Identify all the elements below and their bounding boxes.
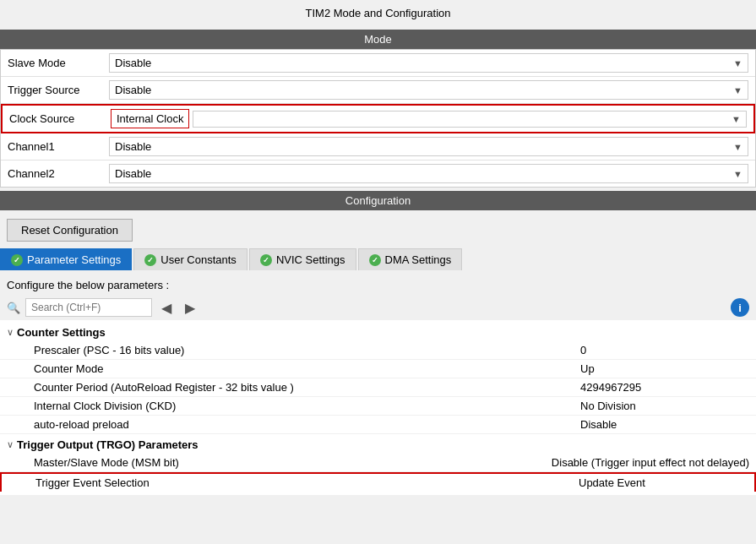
channel1-select[interactable]: Disable ▼ [109,137,748,156]
slave-mode-value: Disable [115,57,733,69]
counter-mode-row: Counter Mode Up [0,360,756,378]
tab-user-constants-label: User Constants [160,253,237,266]
search-row: 🔍 ◀ ▶ i [0,295,756,320]
parameters-area: ∨ Counter Settings Prescaler (PSC - 16 b… [0,320,756,495]
slave-mode-arrow: ▼ [733,58,742,68]
channel2-row: Channel2 Disable ▼ [1,160,755,187]
counter-settings-group-header: ∨ Counter Settings [0,324,756,341]
clock-source-select[interactable]: ▼ [193,111,747,128]
master-slave-mode-row: Master/Slave Mode (MSM bit) Disable (Tri… [0,454,756,472]
trigger-event-selection-value: Update Event [579,476,748,489]
tab-parameter-settings-label: Parameter Settings [27,253,121,266]
mode-section-header: Mode [0,30,756,49]
mode-fields-container: Slave Mode Disable ▼ Trigger Source Disa… [0,49,756,188]
clock-division-row: Internal Clock Division (CKD) No Divisio… [0,397,756,416]
config-section-header: Configuration [0,191,756,210]
master-slave-mode-name: Master/Slave Mode (MSM bit) [34,456,552,469]
trigger-output-label: Trigger Output (TRGO) Parameters [17,438,199,451]
trigger-source-value: Disable [115,84,733,96]
trigger-output-group-header: ∨ Trigger Output (TRGO) Parameters [0,436,756,454]
slave-mode-select[interactable]: Disable ▼ [109,53,748,73]
tab-user-constants[interactable]: User Constants [133,248,247,270]
prescaler-row: Prescaler (PSC - 16 bits value) 0 [0,341,756,360]
trigger-output-group: ∨ Trigger Output (TRGO) Parameters Maste… [0,436,756,492]
trigger-event-selection-row: Trigger Event Selection Update Event [0,472,756,492]
parameter-settings-check-icon [11,254,23,266]
clock-source-value: Internal Clock [111,109,189,128]
page-title: TIM2 Mode and Configuration [0,0,756,26]
channel2-label: Channel2 [8,167,109,180]
clock-source-row: Clock Source Internal Clock ▼ [1,104,755,133]
channel2-arrow: ▼ [733,169,742,179]
dma-settings-check-icon [369,254,381,266]
clock-source-label: Clock Source [9,112,111,125]
clock-division-name: Internal Clock Division (CKD) [34,400,580,412]
prescaler-value: 0 [580,344,749,356]
trigger-output-toggle[interactable]: ∨ [7,439,14,450]
trigger-event-selection-name: Trigger Event Selection [35,476,579,489]
configure-text: Configure the below parameters : [0,275,756,295]
channel1-label: Channel1 [8,140,109,153]
tabs-container: Parameter Settings User Constants NVIC S… [0,248,749,270]
channel1-arrow: ▼ [733,142,742,152]
slave-mode-label: Slave Mode [8,57,109,69]
prescaler-name: Prescaler (PSC - 16 bits value) [34,344,580,356]
tab-dma-settings-label: DMA Settings [385,253,452,266]
counter-settings-toggle[interactable]: ∨ [7,327,14,338]
auto-reload-row: auto-reload preload Disable [0,416,756,434]
reset-configuration-button[interactable]: Reset Configuration [7,219,133,242]
tab-parameter-settings[interactable]: Parameter Settings [0,248,132,270]
counter-mode-value: Up [580,362,749,375]
counter-period-value: 4294967295 [580,381,749,394]
counter-period-name: Counter Period (AutoReload Register - 32… [34,381,580,394]
search-icon: 🔍 [7,302,20,314]
clock-division-value: No Division [580,400,749,412]
tab-nvic-settings-label: NVIC Settings [276,253,345,266]
search-input[interactable] [25,298,152,317]
trigger-source-row: Trigger Source Disable ▼ [1,77,755,104]
next-nav-button[interactable]: ▶ [181,298,199,317]
trigger-source-label: Trigger Source [8,84,109,96]
channel1-row: Channel1 Disable ▼ [1,133,755,160]
info-button[interactable]: i [731,298,749,317]
counter-mode-name: Counter Mode [34,362,580,375]
trigger-source-arrow: ▼ [733,85,742,95]
master-slave-mode-value: Disable (Trigger input effect not delaye… [552,456,749,469]
channel2-value: Disable [115,167,733,180]
auto-reload-name: auto-reload preload [34,418,580,431]
auto-reload-value: Disable [580,418,749,431]
counter-period-row: Counter Period (AutoReload Register - 32… [0,378,756,397]
tab-dma-settings[interactable]: DMA Settings [358,248,463,270]
clock-source-arrow: ▼ [732,114,741,124]
channel1-value: Disable [115,140,733,153]
channel2-select[interactable]: Disable ▼ [109,164,748,183]
user-constants-check-icon [144,254,156,266]
slave-mode-row: Slave Mode Disable ▼ [1,50,755,77]
trigger-source-select[interactable]: Disable ▼ [109,80,748,100]
tab-nvic-settings[interactable]: NVIC Settings [249,248,356,270]
counter-settings-label: Counter Settings [17,326,106,339]
prev-nav-button[interactable]: ◀ [157,298,176,317]
nvic-settings-check-icon [260,254,272,266]
